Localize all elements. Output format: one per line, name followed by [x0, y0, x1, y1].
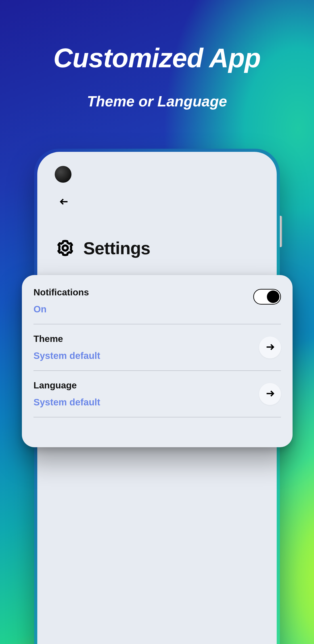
arrow-left-icon [59, 196, 69, 208]
toggle-knob [267, 290, 279, 303]
setting-row-theme[interactable]: Theme System default [33, 324, 281, 371]
theme-open-button[interactable] [259, 336, 281, 358]
language-open-button[interactable] [259, 383, 281, 405]
setting-value: System default [33, 397, 281, 408]
promo-headline: Customized App [0, 42, 314, 73]
setting-row-language[interactable]: Language System default [33, 371, 281, 417]
setting-value: System default [33, 350, 281, 361]
back-button[interactable] [58, 196, 70, 208]
setting-label: Notifications [33, 287, 281, 298]
setting-label: Language [33, 380, 281, 391]
setting-value: On [33, 304, 281, 314]
svg-point-0 [63, 245, 68, 250]
setting-row-notifications[interactable]: Notifications On [33, 275, 281, 324]
phone-side-button [280, 216, 282, 247]
arrow-right-icon [265, 388, 275, 400]
phone-camera-hole [55, 166, 71, 183]
setting-label: Theme [33, 334, 281, 344]
gear-icon [56, 238, 75, 258]
settings-header: Settings [56, 238, 150, 258]
arrow-right-icon [265, 342, 275, 353]
notifications-toggle[interactable] [253, 289, 281, 304]
page-title: Settings [83, 238, 150, 258]
promo-subhead: Theme or Language [0, 93, 314, 110]
settings-card: Notifications On Theme System default La… [22, 275, 293, 447]
